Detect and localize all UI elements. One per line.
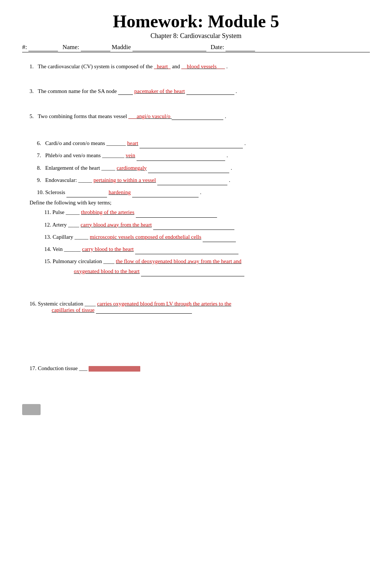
- q16-answer2: capillaries of tissue: [52, 307, 94, 313]
- q3-blank1: [118, 88, 133, 95]
- q5-answer: ___angi/o vascul/o: [128, 113, 172, 119]
- q16-num: 16.: [30, 301, 37, 307]
- q16-line2: capillaries of tissue: [52, 307, 370, 314]
- q11-blank1: _____: [66, 209, 80, 215]
- q7-blank1: ________: [102, 152, 124, 158]
- q16-blank2: [96, 307, 192, 314]
- question-15: 15. Pulmonary circulation ____ the flow …: [44, 256, 370, 276]
- q10-num: 10.: [37, 189, 44, 195]
- q15-answer: the flow of deoxygenated blood away from…: [116, 258, 241, 264]
- q7-period: .: [227, 152, 228, 158]
- q5-text: Two combining forms that means vessel: [38, 113, 127, 119]
- page-title: Homework: Module 5: [22, 11, 370, 31]
- q10-period: .: [200, 189, 202, 195]
- q6-num: 6.: [37, 140, 44, 146]
- q15-text: Pulmonary circulation: [53, 258, 102, 264]
- q11-answer: throbbing of the arteries: [81, 209, 134, 215]
- q7-answer: vein: [125, 152, 135, 158]
- q15-blank2: [141, 266, 244, 276]
- number-field: [28, 44, 58, 51]
- question-17: 17. Conduction tissue ___: [30, 365, 370, 372]
- q1-text-before: The cardiovascular (CV) system is compos…: [38, 63, 152, 69]
- q6-answer: heart: [127, 140, 138, 146]
- name-underline: [133, 44, 206, 51]
- q6-text: Cardi/o and coron/o means: [45, 140, 105, 146]
- name-label: Name:: [62, 44, 79, 51]
- q3-answer: pacemaker of the heart: [134, 88, 185, 94]
- header-line: #: Name: Maddie Date:: [22, 44, 370, 52]
- q8-blank2: [148, 163, 229, 173]
- q8-text: Enlargement of the heart: [45, 165, 100, 171]
- q16-blank1: ____: [85, 301, 96, 307]
- q11-blank2: [136, 207, 217, 217]
- q7-blank2: [137, 151, 225, 161]
- question-1: 1. The cardiovascular (CV) system is com…: [30, 63, 370, 70]
- q13-blank1: _____: [75, 234, 89, 240]
- q1-answer1: _heart_: [154, 63, 171, 69]
- question-6: 6. Cardi/o and coron/o means _______ hea…: [37, 138, 370, 148]
- q14-answer: carry blood to the heart: [82, 246, 134, 252]
- q5-blank: [172, 113, 223, 120]
- questions-group-11-15: 11. Pulse _____ throbbing of the arterie…: [37, 207, 370, 276]
- q10-blank2: [132, 187, 199, 197]
- question-8: 8. Enlargement of the heart _____ cardio…: [37, 163, 370, 173]
- q13-answer: microscopic vessels composed of endothel…: [90, 234, 201, 240]
- date-field: [226, 44, 255, 51]
- q9-num: 9.: [37, 177, 44, 183]
- q5-num: 5.: [30, 113, 37, 119]
- question-16: 16. Systemic circulation ____ carries ox…: [30, 301, 370, 314]
- q9-text: Endovascular: _____: [45, 177, 92, 183]
- q13-blank2: [203, 232, 236, 242]
- question-10: 10. Sclerosis hardening .: [37, 187, 370, 197]
- q15-answer-line2: oxygenated blood to the heart: [74, 266, 370, 276]
- bottom-thumbnail: [22, 404, 41, 415]
- question-12: 12. Artery ____ carry blood away from th…: [44, 220, 370, 230]
- q17-text: Conduction tissue: [38, 365, 78, 371]
- q9-answer: pertaining to within a vessel: [93, 177, 156, 183]
- q10-text: Sclerosis: [45, 189, 65, 195]
- q11-text: Pulse: [52, 209, 65, 215]
- question-11: 11. Pulse _____ throbbing of the arterie…: [44, 207, 370, 217]
- page-subtitle: Chapter 8: Cardiovascular System: [22, 32, 370, 40]
- question-7: 7. Phleb/o and ven/o means ________ vein…: [37, 151, 370, 161]
- q3-text: The common name for the SA node: [38, 88, 117, 94]
- q17-num: 17.: [30, 365, 37, 371]
- question-3: 3. The common name for the SA node pacem…: [30, 88, 370, 95]
- number-label: #:: [22, 44, 27, 51]
- q1-num: 1.: [30, 63, 37, 69]
- q14-blank1: ______: [64, 246, 80, 252]
- date-label: Date:: [211, 44, 224, 51]
- question-14: 14. Vein ______ carry blood to the heart: [44, 244, 370, 254]
- q8-period: .: [231, 165, 232, 171]
- questions-group-6-10: 6. Cardi/o and coron/o means _______ hea…: [30, 138, 370, 197]
- q3-blank2: [186, 88, 234, 95]
- q15-answer2: oxygenated blood to the heart: [74, 268, 140, 274]
- q14-text: Vein: [52, 246, 63, 252]
- q12-answer: carry blood away from the heart: [80, 222, 152, 228]
- q12-blank1: ____: [68, 222, 79, 228]
- q16-answer: carries oxygenated blood from LV through…: [97, 301, 231, 307]
- q6-blank1: _______: [106, 140, 126, 146]
- name-field: [81, 44, 110, 51]
- q13-num: 13.: [44, 234, 51, 240]
- q12-blank2: [153, 220, 234, 230]
- q1-text-mid: and: [172, 63, 180, 69]
- q10-answer: hardening: [109, 189, 131, 195]
- q6-blank2: [140, 138, 243, 148]
- q11-num: 11.: [44, 209, 51, 215]
- q9-period: .: [229, 177, 230, 183]
- question-13: 13. Capillary _____ microscopic vessels …: [44, 232, 370, 242]
- define-header: Define the following with key terms;: [30, 200, 370, 206]
- q17-blank1: ___: [79, 365, 87, 371]
- q3-num: 3.: [30, 88, 37, 94]
- question-5: 5. Two combining forms that means vessel…: [30, 113, 370, 120]
- q9-blank2: [157, 175, 227, 185]
- name-value: Maddie: [112, 44, 131, 51]
- q12-num: 12.: [44, 222, 51, 228]
- q1-text-after: .: [226, 63, 228, 69]
- q14-blank2: [135, 244, 238, 254]
- q1-answer2: __blood vessels___: [181, 63, 225, 69]
- q8-blank1: _____: [102, 165, 116, 171]
- q3-period: .: [235, 88, 237, 94]
- q7-num: 7.: [37, 152, 44, 158]
